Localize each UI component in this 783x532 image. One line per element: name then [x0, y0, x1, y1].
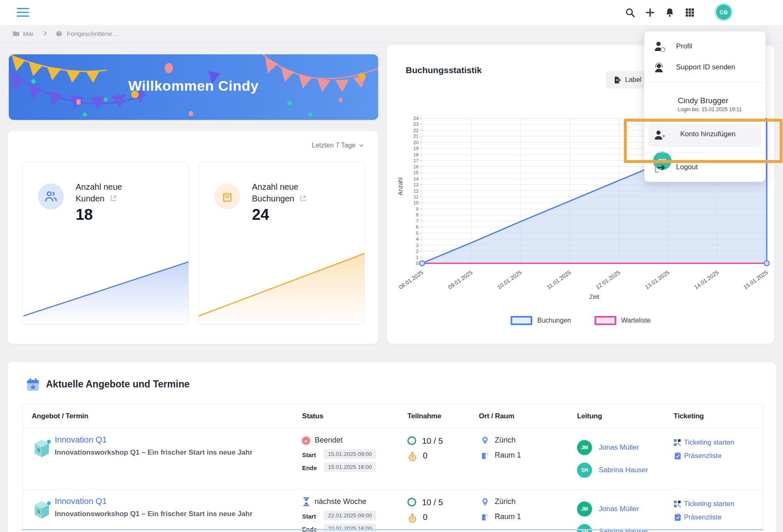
svg-text:15.01.2025: 15.01.2025 — [742, 269, 769, 290]
offer-subtitle: Innovationsworkshop Q1 – Ein frischer St… — [55, 510, 252, 518]
external-link-icon[interactable] — [109, 194, 117, 202]
svg-text:20: 20 — [413, 140, 419, 145]
search-icon[interactable] — [625, 7, 636, 18]
menu-icon[interactable] — [17, 8, 29, 17]
map-pin-icon — [480, 435, 490, 445]
x-axis-label: Zeit — [422, 293, 767, 300]
svg-text:08.01.2025: 08.01.2025 — [398, 269, 425, 290]
user-menu: Profil Support ID senden CB Cindy Brugge… — [644, 31, 765, 182]
legend-swatch-buchungen — [511, 316, 532, 325]
menu-item-logout[interactable]: Logout — [644, 158, 765, 177]
notifications-bell-icon[interactable] — [664, 7, 675, 18]
kunden-sparkline — [23, 245, 189, 324]
offer-link[interactable]: Innovation Q1 — [55, 496, 107, 506]
svg-text:18: 18 — [413, 152, 419, 157]
leader-avatar-jm[interactable]: JM — [577, 501, 592, 517]
status-hourglass-icon — [303, 497, 310, 506]
room-text: Raum 1 — [495, 512, 521, 521]
label-export-button[interactable]: Label — [606, 71, 649, 89]
user-headset-icon — [653, 61, 666, 74]
leader-name[interactable]: Sabrina Hauser — [599, 466, 648, 474]
legend-warteliste[interactable]: Warteliste — [595, 316, 651, 325]
apps-grid-icon[interactable] — [684, 7, 695, 18]
leader-avatar-jm[interactable]: JM — [577, 440, 592, 455]
end-label: Ende — [302, 465, 317, 471]
period-dropdown[interactable]: Letzten 7 Tage — [312, 142, 365, 149]
attendance-list-link[interactable]: Präsenzliste — [684, 452, 722, 460]
offers-table: Angebot / Termin Status Teilnahme Ort / … — [22, 404, 763, 532]
add-icon[interactable] — [645, 7, 656, 18]
waitlist-count: 0 — [423, 451, 427, 461]
svg-text:4: 4 — [416, 237, 419, 242]
svg-text:10: 10 — [413, 200, 419, 205]
logout-icon — [653, 161, 666, 174]
menu-item-support-id[interactable]: Support ID senden — [644, 58, 765, 77]
status-finished-icon — [302, 437, 310, 445]
offer-link[interactable]: Innovation Q1 — [55, 435, 107, 445]
menu-login-until: Login bis: 15.01.2025 19:11 — [678, 107, 742, 112]
capacity-ring-icon — [407, 498, 416, 507]
welcome-title: Willkommen Cindy — [9, 78, 378, 94]
stat-card-kunden: Anzahl neue Kunden 18 — [22, 162, 189, 325]
svg-text:22: 22 — [413, 128, 419, 133]
svg-text:11: 11 — [414, 194, 419, 199]
room-text: Raum 1 — [495, 451, 521, 460]
user-avatar[interactable]: CB — [716, 5, 731, 20]
offers-card: Aktuelle Angebote und Termine Angebot / … — [8, 362, 776, 532]
city-text: Zürich — [495, 436, 516, 445]
bookings-bag-icon — [214, 183, 240, 209]
svg-text:12.01.2025: 12.01.2025 — [595, 269, 621, 290]
leader-name[interactable]: Jonas Müller — [599, 505, 639, 513]
legend-buchungen[interactable]: Buchungen — [511, 316, 571, 325]
svg-text:9: 9 — [416, 206, 419, 211]
package-icon — [56, 30, 63, 37]
offers-title: Aktuelle Angebote und Termine — [46, 379, 190, 390]
col-angebot: Angebot / Termin — [32, 412, 88, 420]
attendance-clipboard-icon — [674, 452, 681, 460]
menu-item-profil[interactable]: Profil — [644, 37, 765, 56]
ticketing-start-link[interactable]: Ticketing starten — [684, 500, 734, 508]
svg-text:14.01.2025: 14.01.2025 — [693, 269, 720, 290]
offer-cube-icon — [33, 500, 51, 520]
map-pin-icon — [480, 497, 490, 507]
svg-text:8: 8 — [416, 212, 419, 217]
external-link-icon[interactable] — [299, 194, 307, 202]
chart-title: Buchungsstatistik — [406, 65, 482, 75]
leader-avatar-sh[interactable]: SH — [577, 463, 592, 478]
col-status: Status — [302, 412, 323, 420]
svg-text:19: 19 — [413, 146, 419, 151]
col-ticketing: Ticketing — [674, 412, 704, 420]
dashboard-screen: CB Mai Fortgeschrittene… — [0, 0, 783, 532]
waitlist-stopwatch-icon — [408, 452, 417, 462]
col-leitung: Leitung — [577, 412, 602, 420]
breadcrumb-item-mai[interactable]: Mai — [23, 30, 33, 37]
offer-subtitle: Innovationsworkshop Q1 – Ein frischer St… — [55, 448, 252, 457]
waitlist-count: 0 — [423, 512, 427, 522]
stat-value-buchungen: 24 — [252, 206, 269, 224]
svg-text:11.01.2025: 11.01.2025 — [546, 269, 572, 290]
svg-text:5: 5 — [416, 231, 419, 236]
breadcrumb-item-current[interactable]: Fortgeschrittene… — [67, 30, 118, 37]
stat-card-buchungen: Anzahl neue Buchungen 24 — [198, 162, 365, 325]
attendance-list-link[interactable]: Präsenzliste — [684, 513, 722, 521]
stat-value-kunden: 18 — [76, 206, 93, 224]
user-plus-icon — [653, 129, 666, 142]
svg-text:23: 23 — [413, 122, 419, 127]
period-label: Letzten 7 Tage — [312, 142, 356, 149]
start-datetime: 22.01.2025 09:00 — [324, 511, 376, 520]
ticketing-start-link[interactable]: Ticketing starten — [684, 438, 734, 446]
menu-item-konto-hinzufuegen[interactable]: Konto hinzufügen — [648, 124, 761, 147]
top-bar: CB — [0, 0, 783, 25]
calendar-star-icon — [25, 377, 41, 393]
svg-text:13.01.2025: 13.01.2025 — [644, 269, 671, 290]
chevron-right-icon — [43, 31, 48, 36]
ticketing-qr-icon — [674, 439, 681, 446]
city-text: Zürich — [495, 497, 516, 506]
leader-avatar-sh[interactable]: SH — [577, 524, 592, 532]
stat-label: Anzahl neue Kunden — [76, 181, 122, 204]
leader-name[interactable]: Jonas Müller — [599, 443, 639, 452]
file-export-icon — [613, 76, 621, 84]
attendance-clipboard-icon — [674, 513, 681, 521]
svg-text:7: 7 — [416, 219, 419, 224]
start-datetime: 15.01.2025 09:00 — [324, 449, 376, 459]
